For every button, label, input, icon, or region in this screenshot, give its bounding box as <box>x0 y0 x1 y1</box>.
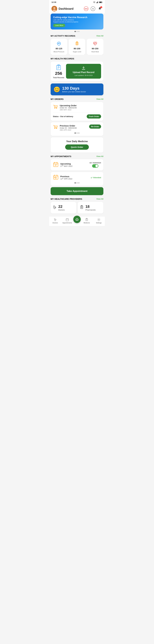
dollar-icon-button[interactable]: $ <box>90 6 96 12</box>
upload-title: Upload Past Record <box>73 71 94 74</box>
upcoming-order-title: Upcoming Order <box>60 104 101 107</box>
heart-icon <box>93 41 98 46</box>
orders-section: MY ORDERS View All Upcoming Order Order … <box>51 98 103 152</box>
activity-section: MY ACTIVITY RECORDS View All 85-125 Bloo… <box>51 34 103 55</box>
providers-view-all[interactable]: View All <box>96 198 103 200</box>
attended-tag: Attended <box>91 176 101 179</box>
orders-title: MY ORDERS <box>51 98 64 100</box>
check-icon <box>91 177 93 179</box>
svg-text:$: $ <box>92 8 94 10</box>
appt-pagination <box>53 182 101 184</box>
notification-badge: 1 <box>100 6 102 8</box>
days-text: 130 Days Before you last visited doctor <box>62 86 86 93</box>
bp-label: Blood Pressure <box>54 51 64 52</box>
records-label: Total Records <box>53 77 64 79</box>
svg-rect-45 <box>66 219 69 221</box>
svg-point-25 <box>56 106 56 107</box>
nav-settings[interactable]: Settings <box>93 218 105 224</box>
stethoscope-icon <box>52 205 57 210</box>
health-records-card: 256 Total Records Upload Past Record Las… <box>51 62 103 81</box>
blood-pressure-icon <box>56 41 61 46</box>
promo-banner: Cutting-edge Vaccine Research Labs with … <box>51 14 103 30</box>
nav-settings-label: Settings <box>96 222 102 224</box>
activity-section-title: MY ACTIVITY RECORDS <box>51 34 75 37</box>
header-left: Dashboard <box>52 6 73 12</box>
order-status: Status - Out of delivery <box>53 116 73 118</box>
upcoming-appt-card: 27 Upcoming 27th MAY 2022 SET REMINDER <box>51 159 103 170</box>
dot-3 <box>78 31 79 32</box>
previous-appt-title: Previous <box>60 175 89 178</box>
svg-point-39 <box>55 207 56 208</box>
home-nav-icon <box>75 218 79 221</box>
appt-calendar-icon: 27 <box>53 162 59 168</box>
providers-section: MY HEALTHCARE PROVIDERS View All 22 Doct… <box>51 198 103 214</box>
appointments-view-all[interactable]: View All <box>96 155 103 158</box>
svg-text:27: 27 <box>55 164 57 166</box>
nav-medicine-label: Medicine <box>84 222 90 224</box>
reminder-label: SET REMINDER <box>89 162 101 164</box>
doctors-card: 22 Doctors <box>51 202 76 214</box>
svg-point-23 <box>55 108 55 108</box>
nav-medicine[interactable]: Medicine <box>81 218 93 224</box>
heart-label: Heart Beat <box>91 51 99 52</box>
bottom-navigation: Doctors Appointments Medicine Settings <box>49 216 105 226</box>
nav-appointments[interactable]: Appointments <box>61 218 73 224</box>
health-records-left: 256 Total Records <box>53 64 64 79</box>
pharmacists-label: Pharmacists <box>85 209 96 211</box>
svg-point-44 <box>56 219 56 220</box>
activity-cards: 85-125 Blood Pressure 80-100 Sugar Level… <box>51 39 103 55</box>
nav-doctors[interactable]: Doctors <box>49 218 61 224</box>
upload-record-button[interactable]: Upload Past Record Last updated: 30-04-2… <box>66 64 101 79</box>
nav-home-button[interactable] <box>73 216 81 223</box>
banner-title: Cutting-edge Vaccine Research <box>53 16 101 19</box>
upcoming-order-info: Upcoming Order Order ID : 60633248 28th … <box>60 104 101 111</box>
take-appointment-button[interactable]: Take Appointment <box>51 187 103 195</box>
battery-icon <box>99 2 102 3</box>
svg-rect-22 <box>82 69 85 70</box>
dot-2 <box>76 31 78 32</box>
appointments-section: MY APPOINTMENTS View All 27 Upcoming 27 <box>51 155 103 195</box>
activity-view-all[interactable]: View All <box>96 35 103 37</box>
appt-dot-3 <box>78 182 79 184</box>
time: 12:30 <box>52 1 56 3</box>
svg-point-27 <box>56 128 57 129</box>
status-icons <box>93 2 102 3</box>
learn-more-button[interactable]: Learn More <box>53 24 65 27</box>
upload-sub: Last updated: 30-04-2019 <box>75 74 93 76</box>
svg-point-26 <box>55 128 55 129</box>
page-title: Dashboard <box>59 7 73 10</box>
svg-text:SOS: SOS <box>85 8 88 10</box>
reorder-button[interactable]: Re-Order <box>89 124 101 129</box>
cart-icon <box>53 104 58 110</box>
cart-prev-icon <box>53 124 58 130</box>
upcoming-appt-date: 27th MAY 2022 <box>60 165 88 167</box>
notification-button[interactable]: 1 <box>97 6 102 12</box>
svg-text:12: 12 <box>55 177 57 179</box>
daily-medicine-title: Your Daily Medicine <box>66 140 88 143</box>
nav-doctors-label: Doctors <box>53 222 58 224</box>
svg-point-28 <box>56 126 56 127</box>
days-sub: Before you last visited doctor <box>62 90 86 93</box>
days-banner: 😊 130 Days Before you last visited docto… <box>51 84 103 95</box>
track-order-button[interactable]: Track Order <box>87 114 101 118</box>
order-pagination <box>53 132 101 134</box>
upload-icon <box>82 66 86 70</box>
page-dot-2 <box>76 132 78 134</box>
quick-order-button[interactable]: Quick Order <box>65 144 89 150</box>
reminder-toggle-col: SET REMINDER <box>89 162 101 168</box>
health-records-section: MY HEALTH RECORDS 256 Total Records Uplo… <box>51 58 103 81</box>
bp-value: 85-125 <box>56 47 62 50</box>
calendar-nav-icon <box>66 218 69 221</box>
sugar-label: Sugar Level <box>73 51 81 52</box>
signal-icon <box>96 2 98 3</box>
svg-point-7 <box>53 7 55 9</box>
previous-order-id: Order ID : 60633248 <box>60 127 87 129</box>
days-count: 130 Days <box>62 86 86 90</box>
banner-line2: Support vaccine & antiviral progress <box>53 21 101 23</box>
sos-button[interactable]: SOS <box>83 6 89 12</box>
header-icons: SOS $ 1 <box>83 6 102 12</box>
reminder-toggle[interactable] <box>92 164 98 168</box>
heart-value: 90-150 <box>92 47 98 50</box>
health-section-title: MY HEALTH RECORDS <box>51 58 74 60</box>
orders-view-all[interactable]: View All <box>96 98 103 100</box>
